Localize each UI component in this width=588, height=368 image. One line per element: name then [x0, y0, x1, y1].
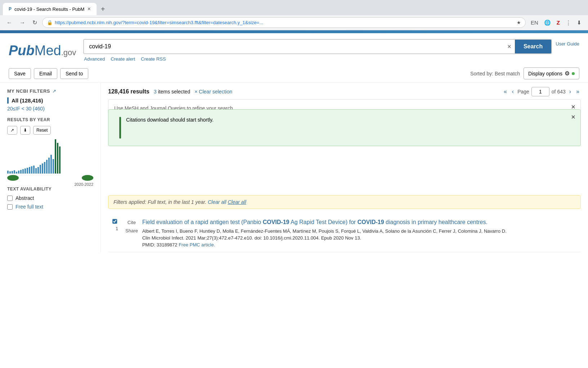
chart-bar [48, 158, 50, 174]
pubmed-logo: PubMed.gov [9, 44, 76, 57]
search-container: × Search User Guide Advanced Create aler… [83, 39, 579, 62]
send-to-button[interactable]: Send to [60, 68, 88, 79]
search-input[interactable] [84, 40, 504, 53]
tab-close-button[interactable]: × [87, 6, 90, 12]
clear-all-label[interactable]: Clear all [228, 199, 246, 205]
results-area: 128,416 results 3 items selected × Clear… [101, 83, 588, 252]
cite-button[interactable]: Cite [125, 220, 138, 225]
results-by-year-title: RESULTS BY YEAR [7, 117, 93, 122]
filter-if-link[interactable]: 20≤IF < 30 (460) [7, 106, 93, 111]
clear-selection-button[interactable]: × Clear selection [195, 89, 232, 95]
email-button[interactable]: Email [34, 68, 57, 79]
chart-bar [9, 171, 11, 174]
download-button[interactable]: ⬇ [575, 18, 584, 27]
chart-bar [33, 166, 35, 174]
download-notification-close[interactable]: × [571, 113, 575, 121]
chart-bar-highlight [57, 143, 58, 174]
search-bar: × Search [83, 39, 552, 54]
profile-button[interactable]: EN [529, 18, 540, 27]
abstract-checkbox[interactable] [7, 196, 13, 201]
page-number-input[interactable] [531, 87, 549, 96]
pmid-label: PMID: [142, 242, 155, 247]
abstract-checkbox-item[interactable]: Abstract [7, 195, 93, 201]
main-layout: MY NCBI FILTERS ↗ All (128,416) 20≤IF < … [0, 83, 588, 252]
download-notif-text: Citations download should start shortly. [126, 117, 214, 123]
browser-menu-button[interactable]: ⋮ [564, 18, 573, 27]
search-clear-button[interactable]: × [504, 40, 515, 53]
article-content: Field evaluation of a rapid antigen test… [142, 218, 581, 247]
year-chart-controls: ↗ ⬇ Reset [7, 126, 93, 135]
article-authors: Albert E, Torres I, Bueno F, Huntley D, … [142, 228, 581, 234]
search-button[interactable]: Search [515, 40, 551, 53]
save-button[interactable]: Save [9, 68, 31, 79]
logo-dotgov: .gov [61, 48, 76, 57]
sorted-by-label: Sorted by: Best match [470, 71, 520, 76]
create-alert-link[interactable]: Create alert [111, 56, 135, 62]
free-full-text-label: Free full text [15, 204, 43, 210]
chart-bar [12, 171, 13, 174]
browser-toolbar: ← → ↻ 🔒 https://pubmed.ncbi.nlm.nih.gov/… [0, 15, 588, 30]
forward-button[interactable]: → [17, 18, 27, 27]
last-page-button[interactable]: » [575, 87, 581, 96]
display-options-label: Display options [528, 71, 562, 76]
free-full-text-checkbox[interactable] [7, 204, 13, 210]
address-bar[interactable]: 🔒 https://pubmed.ncbi.nlm.nih.gov/?term=… [42, 17, 526, 28]
chart-bar [35, 168, 37, 174]
chart-bar [42, 163, 43, 174]
first-page-button[interactable]: « [502, 87, 508, 96]
my-ncbi-label: MY NCBI FILTERS [7, 88, 50, 94]
pmid-value: 33189872 [156, 242, 177, 247]
create-rss-link[interactable]: Create RSS [141, 56, 166, 62]
title-end: diagnosis in primary healthcare centres. [384, 219, 487, 225]
free-pmc-link[interactable]: Free PMC article. [179, 242, 215, 247]
items-selected-label: items selected [158, 89, 190, 95]
user-guide-link[interactable]: User Guide [556, 41, 579, 47]
chart-expand-button[interactable]: ↗ [7, 126, 17, 135]
chart-bar [16, 172, 17, 174]
next-page-button[interactable]: › [568, 87, 573, 96]
active-tab[interactable]: P covid-19 - Search Results - PubM × [3, 3, 97, 15]
tab-title: covid-19 - Search Results - PubM [14, 6, 84, 12]
year-chart [7, 137, 93, 181]
chart-bar [46, 160, 48, 174]
browser-toolbar-icons: EN 🌐 Z ⋮ ⬇ [529, 18, 584, 27]
title-start: Field evaluation of a rapid antigen test… [142, 219, 263, 225]
logo-pub: Pub [9, 43, 35, 58]
page-label: Page [517, 89, 529, 95]
refresh-button[interactable]: ↻ [30, 18, 39, 27]
text-availability-title: TEXT AVAILABILITY [7, 187, 93, 192]
pagination: « ‹ Page of 643 › » [502, 87, 581, 96]
article-checkbox[interactable] [112, 219, 117, 224]
zotero-button[interactable]: Z [554, 18, 562, 27]
chart-bar [27, 168, 28, 174]
chart-reset-button[interactable]: Reset [33, 126, 51, 135]
notification-spacer [108, 148, 581, 195]
clear-all-link-2[interactable]: Clear all [228, 199, 246, 205]
free-full-text-checkbox-item[interactable]: Free full text [7, 204, 93, 210]
cite-share: Cite Share [125, 218, 138, 247]
prev-page-button[interactable]: ‹ [511, 87, 515, 96]
chart-download-button[interactable]: ⬇ [20, 126, 30, 135]
toolbar-right: Sorted by: Best match Display options ⚙ [470, 67, 579, 79]
extensions-button[interactable]: 🌐 [542, 18, 553, 27]
display-options-button[interactable]: Display options ⚙ [524, 67, 579, 79]
external-link-icon[interactable]: ↗ [52, 88, 56, 94]
back-button[interactable]: ← [4, 18, 14, 27]
sidebar: MY NCBI FILTERS ↗ All (128,416) 20≤IF < … [0, 83, 101, 252]
new-tab-button[interactable]: + [98, 4, 108, 15]
results-toolbar: Save Email Send to Sorted by: Best match… [0, 65, 588, 83]
green-dot-indicator [572, 72, 575, 75]
search-links: Advanced Create alert Create RSS [83, 56, 579, 62]
article-number: 1 [111, 226, 118, 231]
share-button[interactable]: Share [125, 228, 138, 233]
chart-bars [7, 137, 93, 174]
chart-bar [24, 168, 26, 174]
title-bold2: COVID-19 [357, 219, 384, 225]
filters-applied: Filters applied: Full text, in the last … [108, 195, 581, 209]
green-bar [119, 117, 121, 139]
article-title[interactable]: Field evaluation of a rapid antigen test… [142, 218, 581, 226]
clear-all-filters-link[interactable]: Clear all [208, 199, 226, 205]
chart-bar [31, 166, 32, 174]
filter-all-item[interactable]: All (128,416) [7, 97, 93, 104]
advanced-search-link[interactable]: Advanced [84, 56, 105, 62]
